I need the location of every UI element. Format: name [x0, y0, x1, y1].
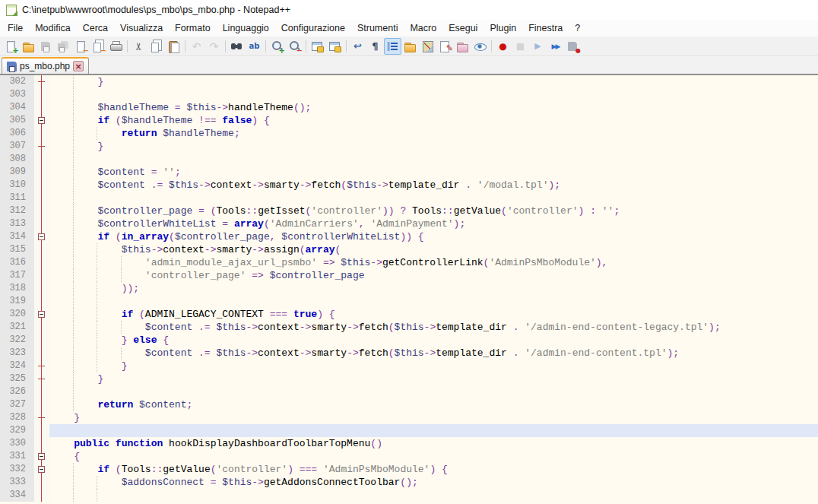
code-line[interactable]: 321 $content .= $this->context->smarty->…: [0, 321, 818, 334]
code-line[interactable]: 333 $addonsConnect = $this->getAddonsCon…: [0, 476, 818, 489]
close-all-button[interactable]: −: [90, 38, 107, 55]
save-all-button[interactable]: [55, 38, 72, 55]
save-button[interactable]: [37, 38, 55, 55]
code-line[interactable]: 323 $content .= $this->context->smarty->…: [0, 347, 818, 360]
menu-finestra[interactable]: Finestra: [522, 21, 569, 36]
code-line[interactable]: 309 $content = '';: [0, 166, 818, 179]
code-text[interactable]: [49, 153, 818, 166]
code-line[interactable]: 329: [0, 424, 818, 437]
document-map-button[interactable]: [419, 38, 436, 55]
code-line[interactable]: 317 'controller_page' => $controller_pag…: [0, 269, 818, 282]
code-line[interactable]: 303: [0, 88, 818, 101]
code-text[interactable]: $controllerWhiteList = array('AdminCarri…: [49, 217, 818, 230]
code-line[interactable]: 307 }: [0, 140, 818, 153]
redo-button[interactable]: ↷: [205, 38, 223, 55]
code-editor[interactable]: 302 }303304 $handleTheme = $this->handle…: [0, 75, 818, 504]
show-indent-guide-button[interactable]: [384, 38, 401, 55]
menu-cerca[interactable]: Cerca: [77, 21, 114, 36]
folder-as-workspace-button[interactable]: [454, 38, 471, 55]
code-line[interactable]: 320 if (ADMIN_LEGACY_CONTEXT === true) {: [0, 308, 818, 321]
fold-collapse-icon[interactable]: [38, 117, 45, 124]
code-line[interactable]: 334: [0, 489, 818, 502]
paste-button[interactable]: [165, 38, 182, 55]
code-line[interactable]: 316 'admin_module_ajax_url_psmbo' => $th…: [0, 256, 818, 269]
fold-collapse-icon[interactable]: [38, 233, 45, 240]
code-text[interactable]: $handleTheme = $this->handleTheme();: [49, 101, 818, 114]
code-text[interactable]: if ($handleTheme !== false) {: [49, 114, 818, 127]
macro-stop-button[interactable]: ■: [512, 38, 529, 55]
menu-modifica[interactable]: Modifica: [29, 21, 77, 36]
code-text[interactable]: $addonsConnect = $this->getAddonsConnect…: [49, 476, 818, 489]
code-text[interactable]: $content .= $this->context->smarty->fetc…: [49, 347, 818, 360]
code-line[interactable]: 311: [0, 192, 818, 204]
macro-play-button[interactable]: ▶: [529, 38, 547, 55]
code-line[interactable]: 330 public function hookDisplayDashboard…: [0, 437, 818, 450]
user-defined-dialog-button[interactable]: [401, 38, 419, 55]
menu-formato[interactable]: Formato: [169, 21, 217, 36]
code-text[interactable]: public function hookDisplayDashboardTool…: [49, 437, 818, 450]
code-line[interactable]: 308: [0, 153, 818, 166]
new-file-button[interactable]: +: [2, 38, 20, 55]
code-line[interactable]: 325 }: [0, 372, 818, 385]
macro-record-button[interactable]: ●: [494, 38, 512, 55]
fold-collapse-icon[interactable]: [38, 466, 45, 473]
code-text[interactable]: if (in_array($controller_page, $controll…: [49, 230, 818, 243]
zoom-out-button[interactable]: −: [286, 38, 303, 55]
code-text[interactable]: if (ADMIN_LEGACY_CONTEXT === true) {: [49, 308, 818, 321]
code-text[interactable]: }: [49, 140, 818, 153]
code-text[interactable]: $content .= $this->context->smarty->fetc…: [49, 321, 818, 334]
sync-vertical-scroll-button[interactable]: [309, 38, 326, 55]
print-button[interactable]: [107, 38, 125, 55]
code-line[interactable]: 331 {: [0, 450, 818, 463]
code-text[interactable]: [49, 88, 818, 101]
code-text[interactable]: [49, 424, 818, 437]
zoom-in-button[interactable]: +: [268, 38, 286, 55]
open-file-button[interactable]: [20, 38, 37, 55]
word-wrap-button[interactable]: ↩: [349, 38, 366, 55]
code-text[interactable]: [49, 385, 818, 398]
code-text[interactable]: }: [49, 411, 818, 424]
code-line[interactable]: 328 }: [0, 411, 818, 424]
code-line[interactable]: 324 }: [0, 360, 818, 372]
code-text[interactable]: [49, 489, 818, 502]
monitoring-button[interactable]: [471, 38, 489, 55]
code-text[interactable]: }: [49, 360, 818, 372]
menu-visualizza[interactable]: Visualizza: [114, 21, 169, 36]
menu-linguaggio[interactable]: Linguaggio: [217, 21, 275, 36]
code-text[interactable]: } else {: [49, 334, 818, 347]
code-line[interactable]: 315 $this->context->smarty->assign(array…: [0, 243, 818, 256]
code-text[interactable]: [49, 295, 818, 308]
code-text[interactable]: $controller_page = (Tools::getIsset('con…: [49, 204, 818, 217]
macro-save-button[interactable]: [564, 38, 582, 55]
code-text[interactable]: {: [49, 450, 818, 463]
code-text[interactable]: }: [49, 372, 818, 385]
code-text[interactable]: $this->context->smarty->assign(array(: [49, 243, 818, 256]
fold-collapse-icon[interactable]: [38, 453, 45, 460]
menu-strumenti[interactable]: Strumenti: [351, 21, 404, 36]
code-line[interactable]: 314 if (in_array($controller_page, $cont…: [0, 230, 818, 243]
code-text[interactable]: $content .= $this->context->smarty->fetc…: [49, 179, 818, 192]
menu-help[interactable]: ?: [569, 21, 586, 36]
tab-close-icon[interactable]: ×: [73, 61, 84, 71]
code-line[interactable]: 318 ));: [0, 282, 818, 295]
code-line[interactable]: 319: [0, 295, 818, 308]
menu-configurazione[interactable]: Configurazione: [275, 21, 351, 36]
code-line[interactable]: 313 $controllerWhiteList = array('AdminC…: [0, 217, 818, 230]
code-text[interactable]: return $content;: [49, 398, 818, 411]
code-text[interactable]: $content = '';: [49, 166, 818, 179]
code-line[interactable]: 305 if ($handleTheme !== false) {: [0, 114, 818, 127]
code-line[interactable]: 322 } else {: [0, 334, 818, 347]
title-bar[interactable]: C:\inetpub\wwwroot\modules\ps_mbo\ps_mbo…: [0, 0, 818, 20]
sync-horizontal-scroll-button[interactable]: [326, 38, 344, 55]
code-line[interactable]: 304 $handleTheme = $this->handleTheme();: [0, 101, 818, 114]
code-text[interactable]: ));: [49, 282, 818, 295]
code-text[interactable]: return $handleTheme;: [49, 127, 818, 140]
menu-macro[interactable]: Macro: [404, 21, 442, 36]
code-line[interactable]: 327 return $content;: [0, 398, 818, 411]
code-text[interactable]: if (Tools::getValue('controller') === 'A…: [49, 463, 818, 476]
menu-file[interactable]: File: [2, 21, 29, 36]
undo-button[interactable]: ↶: [188, 38, 205, 55]
code-text[interactable]: }: [49, 75, 818, 88]
menu-plugin[interactable]: Plugin: [484, 21, 522, 36]
show-all-characters-button[interactable]: ¶: [366, 38, 384, 55]
